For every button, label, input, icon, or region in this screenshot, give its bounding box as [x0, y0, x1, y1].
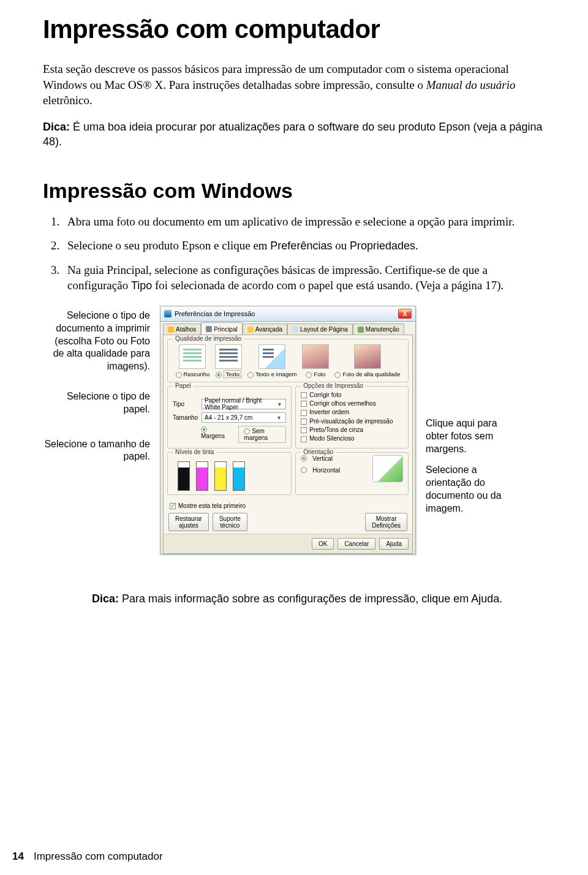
ink-bar-black — [178, 461, 190, 491]
dd-tipo-value: Papel normal / Bright White Paper — [205, 397, 276, 411]
tab-layout[interactable]: Layout de Página — [287, 324, 353, 335]
orientation-preview-icon — [372, 455, 403, 482]
step2-pref: Preferências — [270, 240, 332, 252]
group-quality-title: Qualidade de impressão — [173, 335, 244, 342]
chk-label: Modo Silencioso — [309, 435, 354, 442]
dialog-title: Preferências de Impressão — [175, 310, 255, 317]
ink-bar-magenta — [196, 461, 208, 491]
radio-vertical[interactable]: Vertical — [301, 455, 369, 462]
show-definitions-button[interactable]: Mostrar Definições — [365, 513, 407, 531]
radio-icon — [247, 372, 254, 378]
callout-papersize: Selecione o tamanho de papel. — [43, 438, 150, 464]
dropdown-tipo[interactable]: Papel normal / Bright White Paper▾ — [202, 399, 286, 409]
chk-show-first[interactable]: Mostre esta tela primeiro — [170, 502, 409, 509]
chevron-down-icon: ▾ — [276, 401, 283, 407]
radio-selected-icon — [301, 455, 307, 461]
step3-c: foi selecionada de acordo com o papel qu… — [152, 279, 503, 292]
group-quality: Qualidade de impressão Rascunho Texto Te… — [167, 339, 409, 382]
tab-manutencao[interactable]: Manutenção — [353, 324, 404, 335]
figure-block: Selecione o tipo de documento a imprimir… — [43, 306, 545, 555]
radio-icon — [244, 428, 250, 434]
radio-margens[interactable]: Margens — [201, 426, 226, 443]
quality-foto[interactable]: Foto — [302, 344, 329, 377]
close-button[interactable]: X — [398, 309, 412, 319]
bottom-tip-label: Dica: — [92, 593, 119, 605]
bottom-tip-c: . — [499, 593, 502, 605]
chk-label: Corrigir foto — [309, 392, 341, 398]
step2-prop: Propriedades — [350, 240, 415, 252]
radio-sem-margens[interactable]: Sem margens — [238, 426, 286, 443]
q-label-foto: Foto — [314, 371, 325, 377]
q-label-texto: Texto — [224, 370, 241, 378]
cancel-button[interactable]: Cancelar — [337, 538, 375, 550]
gear-icon — [247, 327, 254, 333]
group-print-options: Opções de Impressão Corrigir foto Corrig… — [295, 386, 409, 449]
group-paper: Papel Tipo Papel normal / Bright White P… — [167, 386, 292, 449]
group-ink-title: Níveis de tinta — [173, 449, 216, 455]
group-paper-title: Papel — [173, 382, 194, 389]
step-2: Selecione o seu produto Epson e clique e… — [62, 238, 545, 254]
help-button[interactable]: Ajuda — [379, 538, 409, 550]
bottom-tip: Dica: Para mais informação sobre as conf… — [43, 591, 545, 606]
tab-avancada[interactable]: Avançada — [243, 324, 287, 335]
co1b: Foto — [94, 336, 114, 346]
q-label-rascunho: Rascunho — [184, 371, 210, 377]
chk-label: Corrigir olhos vermelhos — [309, 400, 375, 407]
radio-icon — [301, 467, 307, 473]
tab-avancada-label: Avançada — [255, 326, 282, 333]
tab-atalhos[interactable]: Atalhos — [163, 324, 201, 335]
co1c: ou — [114, 336, 130, 346]
radio-icon — [334, 372, 341, 378]
ok-button[interactable]: OK — [312, 538, 334, 550]
q-label-fotohq: Foto de alta qualidade — [342, 371, 400, 377]
quality-fotoaq[interactable]: Foto de alta qualidade — [334, 344, 400, 377]
quality-textoimagem[interactable]: Texto e imagem — [247, 344, 296, 377]
chk-olhos-vermelhos[interactable]: Corrigir olhos vermelhos — [301, 400, 403, 407]
support-button[interactable]: Suporte técnico — [213, 513, 247, 531]
ink-bar-cyan — [233, 461, 245, 491]
callout-papertype: Selecione o tipo de papel. — [43, 390, 150, 416]
radio-icon — [306, 372, 312, 378]
label-vertical: Vertical — [312, 455, 333, 462]
page-title: Impressão com computador — [43, 15, 545, 44]
tab-layout-label: Layout de Página — [300, 326, 348, 333]
draft-thumb-icon — [179, 344, 206, 369]
steps-list: Abra uma foto ou documento em um aplicat… — [43, 214, 545, 294]
chk-modo-silencioso[interactable]: Modo Silencioso — [301, 435, 403, 442]
chk-preto-cinza[interactable]: Preto/Tons de cinza — [301, 426, 403, 433]
tab-principal-label: Principal — [214, 326, 237, 333]
dropdown-tamanho[interactable]: A4 - 21 x 29,7 cm▾ — [202, 412, 286, 423]
bottom-tip-a: Para mais informação sobre as configuraç… — [119, 593, 471, 605]
dialog-titlebar: Preferências de Impressão X — [160, 306, 415, 322]
callouts-left: Selecione o tipo de documento a imprimir… — [43, 306, 150, 480]
group-orient-title: Orientação — [301, 449, 336, 455]
label-horizontal: Horizontal — [312, 467, 340, 474]
restore-defaults-button[interactable]: Restaurar ajustes — [168, 513, 209, 531]
tab-principal[interactable]: Principal — [201, 322, 242, 335]
chk-inverter-ordem[interactable]: Inverter ordem — [301, 409, 403, 415]
star-icon — [168, 327, 174, 333]
intro-emph: Manual do usuário — [426, 78, 516, 91]
tip-text: É uma boa ideia procurar por atualizaçõe… — [43, 121, 543, 148]
callout-orientation: Selecione a orientação do documento ou d… — [426, 464, 518, 515]
tab-panel-principal: Qualidade de impressão Rascunho Texto Te… — [163, 335, 413, 554]
chk-previsualizacao[interactable]: Pré-visualização de impressão — [301, 418, 403, 425]
chk-label: Inverter ordem — [309, 409, 349, 415]
printer-icon — [164, 310, 172, 317]
photo-thumb-icon — [302, 344, 329, 369]
quality-texto[interactable]: Texto — [215, 344, 242, 377]
dd-tamanho-value: A4 - 21 x 29,7 cm — [205, 414, 252, 421]
text-thumb-icon — [215, 344, 242, 369]
step-1: Abra uma foto ou documento em um aplicat… — [62, 214, 545, 230]
textimg-thumb-icon — [258, 344, 285, 369]
chk-corrigir-foto[interactable]: Corrigir foto — [301, 392, 403, 398]
step2-e: . — [415, 239, 418, 252]
chk-label: Preto/Tons de cinza — [309, 426, 363, 433]
chevron-down-icon: ▾ — [274, 414, 283, 421]
tip-label: Dica: — [43, 121, 70, 133]
quality-rascunho[interactable]: Rascunho — [176, 344, 210, 377]
tab-manutencao-label: Manutenção — [366, 326, 399, 333]
radio-horizontal[interactable]: Horizontal — [301, 467, 369, 474]
label-tipo: Tipo — [173, 401, 198, 407]
callouts-right: Clique aqui para obter fotos sem margens… — [426, 306, 518, 524]
